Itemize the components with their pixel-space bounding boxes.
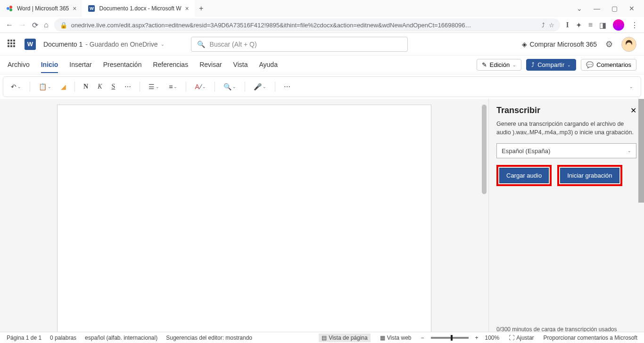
svg-point-5 [626, 42, 632, 48]
search-input[interactable]: 🔍 Buscar (Alt + Q) [191, 37, 408, 52]
forward-icon[interactable]: → [19, 21, 26, 29]
scrollbar-thumb[interactable] [482, 105, 487, 194]
chevron-down-icon: ⌄ [512, 63, 516, 67]
comments-label: Comentarios [596, 61, 631, 68]
page-count[interactable]: Página 1 de 1 [7, 335, 41, 341]
premium-label: Comprar Microsoft 365 [530, 41, 597, 48]
styles-button[interactable]: A⁄⌄ [192, 81, 209, 92]
chevron-down-icon[interactable]: ⌄ [161, 42, 165, 47]
align-button[interactable]: ≡⌄ [166, 81, 180, 92]
user-avatar[interactable] [621, 37, 636, 52]
page-view-icon: ▤ [322, 335, 327, 341]
zoom-out-button[interactable]: − [421, 335, 424, 341]
tab-vista[interactable]: Vista [233, 57, 248, 73]
browser-tab[interactable]: Word | Microsoft 365 × [0, 0, 82, 17]
language-status[interactable]: español (alfab. internacional) [85, 335, 157, 341]
panel-scrollbar[interactable] [638, 99, 644, 203]
undo-button[interactable]: ↶⌄ [8, 81, 24, 92]
reload-icon[interactable]: ⟳ [32, 21, 38, 30]
save-status: Guardado en OneDrive [90, 41, 158, 48]
status-bar: Página 1 de 1 0 palabras español (alfab.… [0, 332, 644, 343]
close-icon[interactable]: × [73, 5, 76, 12]
url-bar[interactable]: 🔒 onedrive.live.com/edit.aspx?action=edi… [54, 18, 561, 32]
extensions-icon[interactable]: ✦ [576, 21, 582, 30]
share-icon[interactable]: ⤴ [542, 22, 545, 29]
italic-button[interactable]: K [95, 81, 105, 92]
back-icon[interactable]: ← [6, 21, 13, 29]
minimize-icon[interactable]: ― [594, 5, 600, 12]
list-icon[interactable]: ≡ [588, 21, 593, 29]
collapse-ribbon-button[interactable]: ⌄ [627, 82, 636, 91]
zoom-level[interactable]: 100% [485, 335, 500, 341]
tab-presentacion[interactable]: Presentación [103, 57, 142, 73]
dictate-button[interactable]: 🎤⌄ [251, 81, 269, 92]
home-icon[interactable]: ⌂ [44, 21, 49, 29]
close-icon[interactable]: × [185, 5, 189, 12]
panel-description: Genere una transcripción cargando el arc… [496, 120, 636, 137]
underline-button[interactable]: S [108, 81, 118, 92]
pencil-icon: ✎ [482, 61, 487, 68]
settings-icon[interactable]: ⚙ [605, 39, 613, 49]
feedback-link[interactable]: Proporcionar comentarios a Microsoft [544, 335, 637, 341]
close-panel-button[interactable]: ✕ [630, 106, 636, 115]
more-font-button[interactable]: ⋯ [122, 81, 134, 92]
web-view-button[interactable]: ▦ Vista web [377, 334, 414, 342]
menu-icon[interactable]: ⋮ [631, 21, 638, 30]
tab-inicio[interactable]: Inicio [41, 57, 58, 73]
new-tab-button[interactable]: + [195, 4, 208, 13]
tab-insertar[interactable]: Insertar [69, 57, 91, 73]
browser-tab[interactable]: W Documento 1.docx - Microsoft W × [82, 0, 194, 17]
start-recording-highlight: Iniciar grabación [557, 165, 622, 186]
document-title[interactable]: Documento 1 - Guardado en OneDrive ⌄ [43, 41, 165, 48]
find-button[interactable]: 🔍⌄ [221, 81, 239, 92]
bold-button[interactable]: N [81, 81, 91, 92]
search-placeholder: Buscar (Alt + Q) [210, 41, 257, 48]
bullets-button[interactable]: ☰⌄ [146, 81, 162, 92]
editor-status[interactable]: Sugerencias del editor: mostrando [166, 335, 252, 341]
ext-icon[interactable]: I [566, 21, 569, 29]
panel-icon[interactable]: ◨ [599, 21, 606, 30]
svg-point-0 [7, 7, 9, 10]
chevron-down-icon: ⌄ [567, 63, 571, 67]
paste-button[interactable]: 📋⌄ [36, 81, 54, 92]
tab-revisar[interactable]: Revisar [199, 57, 222, 73]
tab-archivo[interactable]: Archivo [8, 57, 30, 73]
share-button[interactable]: ⤴ Compartir ⌄ [526, 59, 576, 71]
document-page[interactable] [57, 105, 431, 343]
page-view-label: Vista de página [329, 335, 368, 341]
tab-referencias[interactable]: Referencias [153, 57, 188, 73]
ribbon: Archivo Inicio Insertar Presentación Ref… [0, 56, 644, 74]
maximize-icon[interactable]: ▢ [611, 5, 618, 12]
comments-button[interactable]: 💬 Comentarios [581, 59, 636, 71]
zoom-slider[interactable] [431, 337, 469, 339]
search-icon: 🔍 [197, 41, 205, 48]
share-label: Compartir [537, 61, 564, 68]
tab-bar: Word | Microsoft 365 × W Documento 1.doc… [0, 0, 644, 17]
upload-audio-button[interactable]: Cargar audio [499, 168, 549, 183]
chevron-down-icon: ⌄ [627, 148, 631, 153]
buy-premium-button[interactable]: ◈ Comprar Microsoft 365 [522, 41, 597, 48]
nav-bar: ← → ⟳ ⌂ 🔒 onedrive.live.com/edit.aspx?ac… [0, 17, 644, 33]
app-launcher-icon[interactable] [8, 40, 17, 49]
word-count[interactable]: 0 palabras [50, 335, 76, 341]
edit-mode-button[interactable]: ✎ Edición ⌄ [477, 59, 522, 71]
profile-avatar[interactable] [613, 19, 624, 31]
close-window-icon[interactable]: ✕ [629, 5, 635, 12]
zoom-in-button[interactable]: + [475, 335, 479, 341]
svg-point-1 [9, 6, 12, 8]
transcribe-panel: Transcribir ✕ Genere una transcripción c… [488, 99, 644, 343]
document-canvas[interactable] [0, 99, 488, 343]
fit-button[interactable]: ⛶ Ajustar [506, 334, 537, 342]
start-recording-button[interactable]: Iniciar grabación [560, 168, 619, 183]
url-text: onedrive.live.com/edit.aspx?action=editn… [71, 22, 538, 29]
page-view-button[interactable]: ▤ Vista de página [319, 334, 371, 342]
tab-ayuda[interactable]: Ayuda [259, 57, 277, 73]
more-button[interactable]: ⋯ [281, 81, 293, 92]
language-select[interactable]: Español (España) ⌄ [496, 143, 636, 158]
diamond-icon: ◈ [522, 41, 527, 48]
chevron-down-icon[interactable]: ⌄ [577, 5, 582, 12]
word-icon: W [88, 5, 95, 12]
star-icon[interactable]: ☆ [549, 22, 554, 29]
format-painter-button[interactable]: ◢ [58, 81, 69, 92]
word-logo-icon: W [25, 39, 36, 50]
